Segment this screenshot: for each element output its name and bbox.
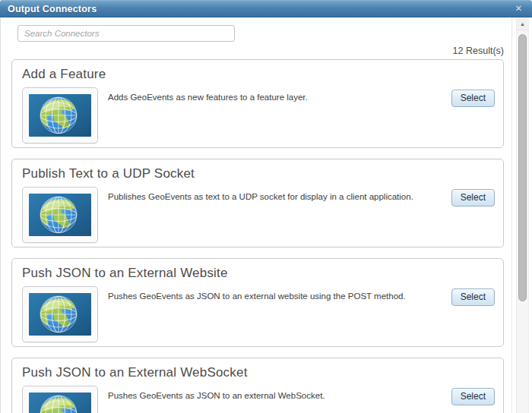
select-button[interactable]: Select [451, 388, 495, 405]
close-icon[interactable]: ✕ [513, 3, 524, 14]
dialog-title: Output Connectors [8, 4, 97, 14]
connector-description: Publishes GeoEvents as text to a UDP soc… [108, 191, 439, 202]
connector-card: Publish Text to a UDP Socket [11, 159, 504, 247]
globe-icon [29, 194, 91, 236]
connector-row: Pushes GeoEvents as JSON to an external … [20, 386, 496, 413]
connector-title: Publish Text to a UDP Socket [22, 166, 496, 181]
scrollbar-thumb[interactable] [518, 34, 527, 301]
vertical-scrollbar[interactable]: ▲ [516, 17, 529, 413]
select-button[interactable]: Select [451, 90, 495, 107]
globe-icon [29, 94, 91, 137]
connector-thumbnail [22, 386, 98, 413]
connector-row: Publishes GeoEvents as text to a UDP soc… [20, 187, 496, 243]
connector-row: Pushes GeoEvents as JSON to an external … [20, 286, 496, 342]
connector-thumbnail [22, 286, 98, 342]
globe-icon [29, 393, 91, 413]
select-button[interactable]: Select [451, 189, 495, 206]
scroll-up-arrow-icon[interactable]: ▲ [517, 17, 528, 30]
connector-list: Add a Feature [1, 59, 511, 413]
connector-thumbnail [22, 187, 98, 243]
connector-title: Push JSON to an External WebSocket [22, 365, 496, 380]
select-button[interactable]: Select [451, 288, 495, 306]
dialog-titlebar[interactable]: Output Connectors ✕ [0, 0, 532, 17]
connector-row: Adds GeoEvents as new features to a feat… [20, 87, 496, 143]
connector-card: Push JSON to an External WebSocket [11, 358, 504, 413]
connector-description: Adds GeoEvents as new features to a feat… [108, 92, 439, 102]
connector-description: Pushes GeoEvents as JSON to an external … [108, 390, 439, 401]
connector-card: Add a Feature [11, 59, 504, 148]
globe-icon [29, 293, 91, 336]
dialog-content: 12 Result(s) Add a Feature [0, 17, 512, 413]
connector-card: Push JSON to an External Website [11, 258, 504, 347]
connector-title: Add a Feature [22, 67, 496, 82]
search-input[interactable] [17, 25, 235, 42]
connector-title: Push JSON to an External Website [22, 266, 496, 281]
connector-thumbnail [22, 87, 98, 143]
connector-description: Pushes GeoEvents as JSON to an external … [108, 291, 439, 301]
results-count: 12 Result(s) [1, 46, 511, 57]
